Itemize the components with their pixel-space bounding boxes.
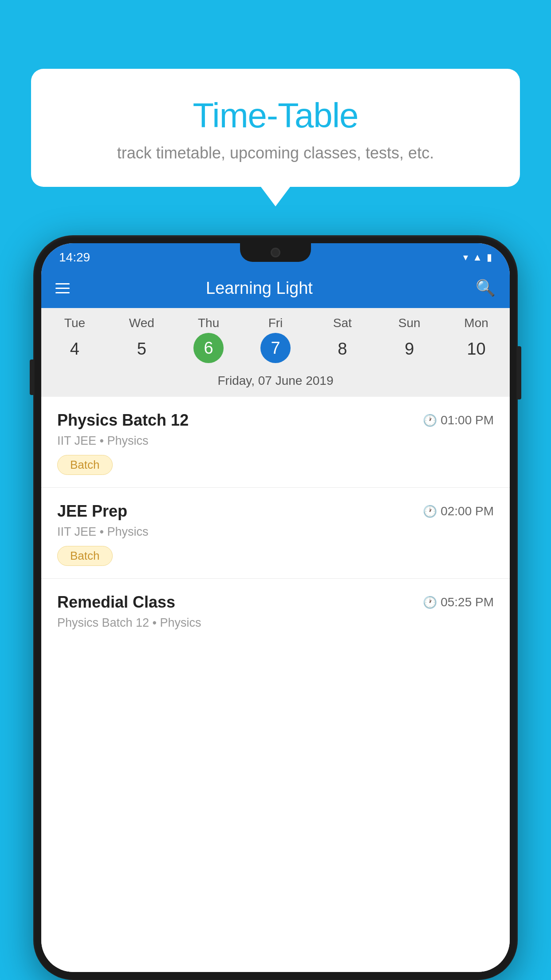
class-meta-3: Physics Batch 12 • Physics <box>57 616 494 630</box>
phone-power-button <box>518 346 521 399</box>
day-7-selected[interactable]: 7 <box>260 333 291 363</box>
battery-icon: ▮ <box>487 252 492 263</box>
day-label-sat: Sat <box>309 316 376 330</box>
clock-icon-2: 🕐 <box>423 505 437 518</box>
phone-notch <box>240 243 311 262</box>
top-bar: Learning Light 🔍 <box>41 268 510 308</box>
class-header-1: Physics Batch 12 🕐 01:00 PM <box>57 411 494 430</box>
class-item-physics-batch-12[interactable]: Physics Batch 12 🕐 01:00 PM IIT JEE • Ph… <box>41 397 510 488</box>
speech-bubble-wrapper: Time-Table track timetable, upcoming cla… <box>31 69 520 187</box>
day-label-thu: Thu <box>175 316 242 330</box>
day-label-fri: Fri <box>242 316 309 330</box>
day-label-wed: Wed <box>108 316 175 330</box>
class-name-2: JEE Prep <box>57 502 127 521</box>
phone-camera <box>271 248 280 257</box>
calendar-strip: Tue Wed Thu Fri Sat Sun Mon 4 5 6 7 8 9 … <box>41 308 510 397</box>
class-name-1: Physics Batch 12 <box>57 411 189 430</box>
class-name-3: Remedial Class <box>57 593 175 612</box>
page-title: Time-Table <box>53 95 498 136</box>
day-4[interactable]: 4 <box>41 333 108 365</box>
phone-outer: 14:29 ▾ ▲ ▮ Learning Light 🔍 <box>33 235 518 980</box>
day-labels: Tue Wed Thu Fri Sat Sun Mon <box>41 316 510 333</box>
class-time-3: 🕐 05:25 PM <box>423 595 494 609</box>
status-time: 14:29 <box>59 250 90 265</box>
day-6-today[interactable]: 6 <box>193 333 224 363</box>
day-label-mon: Mon <box>443 316 510 330</box>
class-item-jee-prep[interactable]: JEE Prep 🕐 02:00 PM IIT JEE • Physics Ba… <box>41 488 510 579</box>
search-icon[interactable]: 🔍 <box>476 279 496 297</box>
batch-badge-2: Batch <box>57 546 113 566</box>
hamburger-menu-icon[interactable] <box>55 283 70 293</box>
class-meta-1: IIT JEE • Physics <box>57 434 494 448</box>
speech-bubble: Time-Table track timetable, upcoming cla… <box>31 69 520 187</box>
signal-icon: ▲ <box>472 252 482 263</box>
phone-screen: 14:29 ▾ ▲ ▮ Learning Light 🔍 <box>41 243 510 972</box>
day-label-tue: Tue <box>41 316 108 330</box>
batch-badge-1: Batch <box>57 455 113 475</box>
class-item-remedial[interactable]: Remedial Class 🕐 05:25 PM Physics Batch … <box>41 579 510 643</box>
day-label-sun: Sun <box>376 316 443 330</box>
day-5[interactable]: 5 <box>108 333 175 365</box>
classes-list: Physics Batch 12 🕐 01:00 PM IIT JEE • Ph… <box>41 397 510 972</box>
clock-icon-1: 🕐 <box>423 414 437 427</box>
day-9[interactable]: 9 <box>376 333 443 365</box>
day-8[interactable]: 8 <box>309 333 376 365</box>
phone-mockup: 14:29 ▾ ▲ ▮ Learning Light 🔍 <box>33 235 518 980</box>
day-10[interactable]: 10 <box>443 333 510 365</box>
clock-icon-3: 🕐 <box>423 596 437 609</box>
selected-date-label: Friday, 07 June 2019 <box>41 370 510 394</box>
wifi-icon: ▾ <box>463 252 468 263</box>
class-header-3: Remedial Class 🕐 05:25 PM <box>57 593 494 612</box>
class-header-2: JEE Prep 🕐 02:00 PM <box>57 502 494 521</box>
app-title: Learning Light <box>82 279 437 298</box>
phone-volume-button <box>30 360 33 395</box>
class-time-1: 🕐 01:00 PM <box>423 413 494 427</box>
page-subtitle: track timetable, upcoming classes, tests… <box>53 144 498 162</box>
status-icons: ▾ ▲ ▮ <box>463 252 492 263</box>
class-time-2: 🕐 02:00 PM <box>423 504 494 518</box>
day-numbers: 4 5 6 7 8 9 10 <box>41 333 510 370</box>
class-meta-2: IIT JEE • Physics <box>57 525 494 539</box>
